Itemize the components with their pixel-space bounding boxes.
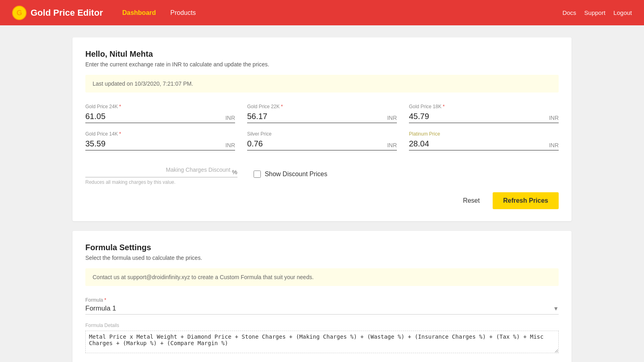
gold-24k-label: Gold Price 24K * [85,104,235,109]
gold-24k-field: Gold Price 24K * INR [85,104,235,123]
formula-details-textarea[interactable]: Metal Price x Metal Weight + Diamond Pri… [85,331,559,353]
price-grid: Gold Price 24K * INR Gold Price 22K * IN… [85,104,559,158]
formula-settings-card: Formula Settings Select the formula used… [72,231,572,362]
show-discount-row: Show Discount Prices [254,171,328,178]
platinum-price-field: Platinum Price INR [409,131,559,150]
refresh-prices-button[interactable]: Refresh Prices [493,192,559,209]
discount-field: Making Charges Discount % Reduces all ma… [85,167,237,185]
gold-18k-label: Gold Price 18K * [409,104,559,109]
svg-text:G: G [17,9,22,17]
discount-row: Making Charges Discount % Reduces all ma… [85,167,559,185]
navbar-brand: G Gold Price Editor [12,6,103,20]
formula-settings-subtitle: Select the formula used to calculate the… [85,255,559,261]
discount-label-inline: Making Charges Discount [166,167,230,173]
show-discount-checkbox[interactable] [254,171,261,178]
silver-input[interactable] [247,139,384,148]
navbar: G Gold Price Editor Dashboard Products D… [0,0,644,25]
platinum-price-label: Platinum Price [409,131,559,137]
formula-details-label: Formula Details [85,323,559,328]
reset-button[interactable]: Reset [456,193,486,208]
navbar-right: Docs Support Logout [562,9,632,16]
gold-22k-input-row: INR [247,112,397,123]
platinum-currency: INR [549,142,559,148]
platinum-input-row: INR [409,139,559,150]
formula-select[interactable]: Formula 1 ▼ [85,304,559,315]
gold-14k-currency: INR [225,142,235,148]
gold-14k-input[interactable] [85,139,222,148]
gold-18k-currency: INR [549,115,559,121]
silver-input-row: INR [247,139,397,150]
silver-price-label: Silver Price [247,131,397,137]
gold-14k-label: Gold Price 14K * [85,131,235,137]
platinum-input[interactable] [409,139,546,148]
formula-select-value: Formula 1 [85,304,553,313]
gold-22k-input[interactable] [247,112,384,121]
chevron-down-icon: ▼ [553,305,559,312]
gold-22k-label: Gold Price 22K * [247,104,397,109]
discount-percent-symbol: % [232,169,237,175]
main-content: Hello, Nitul Mehta Enter the current exc… [0,25,644,362]
show-discount-label: Show Discount Prices [265,171,328,178]
formula-info-box: Contact us at support@droidinfinity.xyz … [85,268,559,286]
formula-select-label: Formula * [85,297,559,303]
nav-logout[interactable]: Logout [613,9,632,16]
button-row: Reset Refresh Prices [85,192,559,209]
silver-price-field: Silver Price INR [247,131,397,150]
gold-22k-field: Gold Price 22K * INR [247,104,397,123]
gold-14k-input-row: INR [85,139,235,150]
nav-dashboard[interactable]: Dashboard [115,9,163,16]
formula-settings-title: Formula Settings [85,243,559,252]
nav-products[interactable]: Products [163,9,203,16]
gold-24k-input-row: INR [85,112,235,123]
making-charges-discount-input[interactable] [85,168,166,175]
navbar-title: Gold Price Editor [31,8,103,18]
gold-18k-input[interactable] [409,112,546,121]
gold-18k-field: Gold Price 18K * INR [409,104,559,123]
gold-22k-currency: INR [387,115,397,121]
price-editor-subtitle: Enter the current exchange rate in INR t… [85,61,559,68]
discount-help-text: Reduces all making charges by this value… [85,179,237,185]
gold-14k-field: Gold Price 14K * INR [85,131,235,150]
silver-currency: INR [387,142,397,148]
discount-input-row: Making Charges Discount % [85,167,237,177]
gold-24k-input[interactable] [85,112,222,121]
logo-icon: G [12,6,27,20]
gold-18k-input-row: INR [409,112,559,123]
nav-support[interactable]: Support [584,9,606,16]
price-editor-card: Hello, Nitul Mehta Enter the current exc… [72,37,572,221]
last-updated-box: Last updated on 10/3/2020, 7:21:07 PM. [85,75,559,93]
gold-24k-currency: INR [225,115,235,121]
navbar-nav: Dashboard Products [115,9,563,16]
nav-docs[interactable]: Docs [562,9,576,16]
price-editor-greeting: Hello, Nitul Mehta [85,49,559,59]
